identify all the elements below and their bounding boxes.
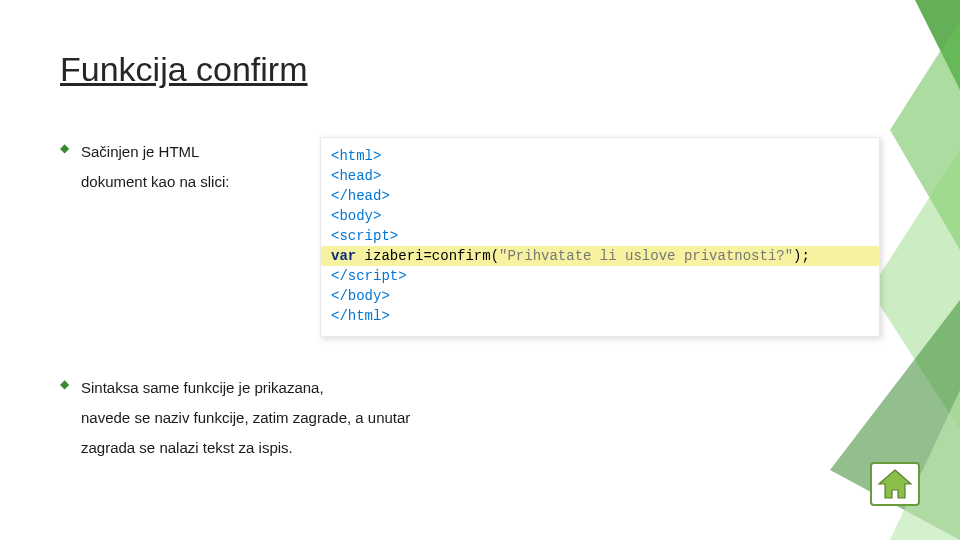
slide: Funkcija confirm ◆ Sačinjen je HTML doku… (0, 0, 960, 540)
diamond-icon: ◆ (60, 373, 69, 463)
home-button[interactable] (870, 462, 920, 506)
bullet-item-1: ◆ Sačinjen je HTML dokument kao na slici… (60, 137, 290, 197)
bullet-line: Sačinjen je HTML (81, 143, 199, 160)
home-icon (870, 462, 920, 506)
code-text: izaberi=confirm (356, 248, 490, 264)
slide-title: Funkcija confirm (60, 50, 910, 89)
code-line: </body> (331, 288, 390, 304)
code-line: <html> (331, 148, 381, 164)
bullet-item-2: ◆ Sintaksa same funkcije je prikazana, n… (60, 373, 910, 463)
bullet-text: Sintaksa same funkcije je prikazana, nav… (81, 373, 410, 463)
code-string: "Prihvatate li uslove privatnosti?" (499, 248, 793, 264)
code-keyword: var (331, 248, 356, 264)
code-text: ( (491, 248, 499, 264)
code-line: </html> (331, 308, 390, 324)
bullet-text: Sačinjen je HTML dokument kao na slici: (81, 137, 229, 197)
code-text: ); (793, 248, 810, 264)
content-row: ◆ Sačinjen je HTML dokument kao na slici… (60, 137, 910, 337)
code-line-highlighted: var izaberi=confirm("Prihvatate li uslov… (321, 246, 879, 266)
bullet-line: zagrada se nalazi tekst za ispis. (81, 439, 293, 456)
bullet-line: dokument kao na slici: (81, 173, 229, 190)
code-line: <body> (331, 208, 381, 224)
bullet-line: Sintaksa same funkcije je prikazana, (81, 379, 324, 396)
code-snippet: <html> <head> </head> <body> <script> va… (320, 137, 880, 337)
code-line: <script> (331, 228, 398, 244)
code-line: <head> (331, 168, 381, 184)
code-line: </head> (331, 188, 390, 204)
bullet-line: navede se naziv funkcije, zatim zagrade,… (81, 409, 410, 426)
diamond-icon: ◆ (60, 137, 69, 197)
code-line: </script> (331, 268, 407, 284)
